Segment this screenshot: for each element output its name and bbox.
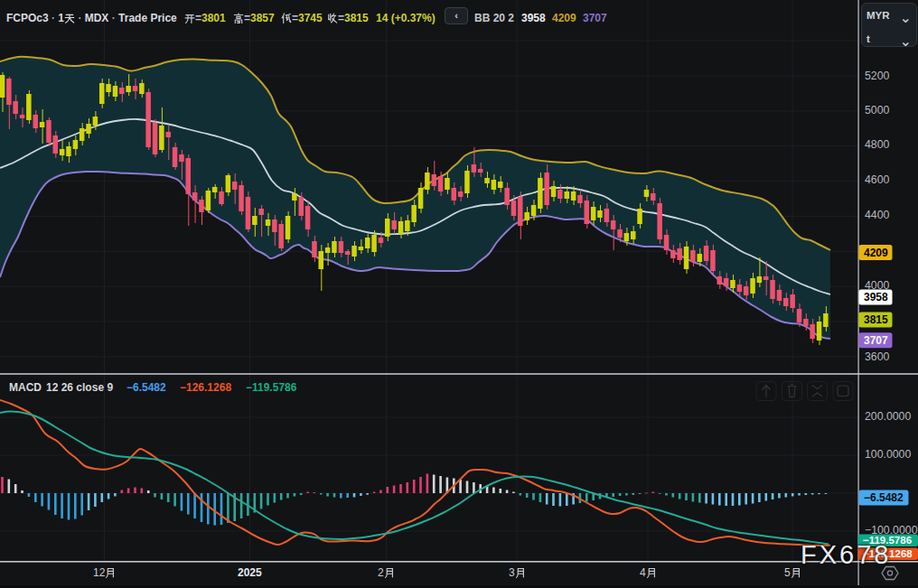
svg-text:−100.0000: −100.0000 bbox=[865, 524, 918, 537]
svg-text:3958: 3958 bbox=[864, 291, 888, 303]
svg-text:4600: 4600 bbox=[865, 173, 890, 186]
svg-text:4800: 4800 bbox=[865, 138, 890, 151]
svg-text:5000: 5000 bbox=[865, 104, 890, 117]
svg-text:3707: 3707 bbox=[864, 334, 888, 347]
svg-text:−6.5482: −6.5482 bbox=[864, 491, 904, 504]
svg-text:200.0000: 200.0000 bbox=[865, 410, 911, 423]
svg-text:3600: 3600 bbox=[865, 350, 890, 363]
svg-text:4209: 4209 bbox=[864, 247, 888, 259]
svg-text:3815: 3815 bbox=[864, 313, 888, 326]
svg-text:5200: 5200 bbox=[865, 70, 890, 82]
svg-text:100.0000: 100.0000 bbox=[865, 448, 911, 461]
svg-text:4400: 4400 bbox=[865, 209, 890, 221]
